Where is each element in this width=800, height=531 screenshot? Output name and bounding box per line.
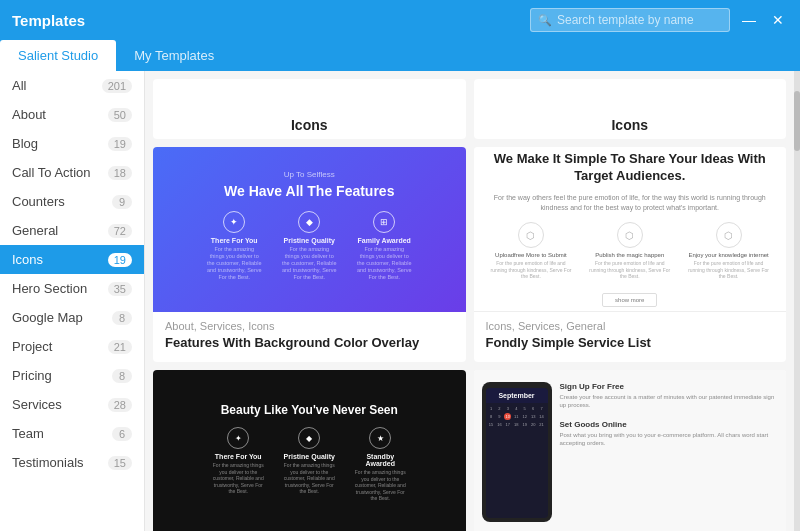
sidebar-item-services[interactable]: Services 28	[0, 390, 144, 419]
sidebar-item-general[interactable]: General 72	[0, 216, 144, 245]
partial-card-left[interactable]: Icons	[153, 79, 466, 139]
blue-icon-col-0: ✦ There For You For the amazing things y…	[207, 211, 262, 282]
sidebar-item-label: Project	[12, 339, 52, 354]
sidebar-item-google-map[interactable]: Google Map 8	[0, 303, 144, 332]
sidebar-item-testimonials[interactable]: Testimonials 15	[0, 448, 144, 477]
sidebar-item-about[interactable]: About 50	[0, 100, 144, 129]
wc-icon-1: ⬡	[617, 222, 643, 248]
partial-card-right[interactable]: Icons	[474, 79, 787, 139]
partial-card-right-text: Icons	[611, 117, 648, 133]
phone-mockup: September 1 2 3 4 5 6 7	[482, 382, 552, 522]
sidebar-item-team[interactable]: Team 6	[0, 419, 144, 448]
ai-title-0: Sign Up For Free	[560, 382, 779, 391]
sidebar-count: 35	[108, 282, 132, 296]
sidebar-item-hero-section[interactable]: Hero Section 35	[0, 274, 144, 303]
search-input[interactable]	[530, 8, 730, 32]
ai-title-1: Set Goods Online	[560, 420, 779, 429]
app-info-row-0: Sign Up For Free Create your free accoun…	[560, 382, 779, 410]
icon-title-2: Family Awarded	[357, 237, 412, 244]
app-card-content: September 1 2 3 4 5 6 7	[474, 374, 787, 530]
minimize-button[interactable]: —	[738, 10, 760, 30]
sidebar-count: 72	[108, 224, 132, 238]
cal-day: 4	[513, 405, 520, 412]
bc-icon-2: ★	[369, 427, 391, 449]
cal-day: 7	[538, 405, 545, 412]
sidebar-item-all[interactable]: All 201	[0, 71, 144, 100]
white-card-content: We Make It Simple To Share Your Ideas Wi…	[474, 147, 787, 312]
wc-icon-text-0: For the pure emotion of life and running…	[490, 260, 573, 280]
sidebar-item-label: All	[12, 78, 26, 93]
card-preview-white: We Make It Simple To Share Your Ideas Wi…	[474, 147, 787, 312]
ai-text-0: Create your free account is a matter of …	[560, 393, 779, 410]
main-layout: All 201 About 50 Blog 19 Call To Action …	[0, 71, 800, 531]
cal-day: 20	[530, 421, 537, 428]
sidebar-item-call-to-action[interactable]: Call To Action 18	[0, 158, 144, 187]
cal-day: 12	[521, 413, 528, 420]
cal-day: 14	[538, 413, 545, 420]
wc-icon-text-2: For the pure emotion of life and running…	[687, 260, 770, 280]
templates-content: Icons Icons Up To Selfless We Have All T…	[145, 71, 794, 531]
bc-icon-col-2: ★ Standby Awarded For the amazing things…	[353, 427, 408, 502]
cal-day: 16	[496, 421, 503, 428]
feature-icon-2: ⊞	[373, 211, 395, 233]
bc-icon-0: ✦	[227, 427, 249, 449]
sidebar-count: 6	[112, 427, 132, 441]
scroll-thumb	[794, 91, 800, 151]
wc-icons-row: ⬡ Uploadfree More to Submit For the pure…	[490, 222, 771, 280]
bc-title-2: Standby Awarded	[353, 453, 408, 467]
template-card-white[interactable]: We Make It Simple To Share Your Ideas Wi…	[474, 147, 787, 362]
cal-day: 9	[496, 413, 503, 420]
tab-salient-studio[interactable]: Salient Studio	[0, 40, 116, 71]
icon-text-1: For the amazing things you deliver to th…	[282, 246, 337, 282]
sidebar-item-label: About	[12, 107, 46, 122]
tab-my-templates[interactable]: My Templates	[116, 40, 232, 71]
card-info-white: Icons, Services, General Fondly Simple S…	[474, 312, 787, 362]
card-title-blue: Features With Background Color Overlay	[165, 335, 454, 352]
cal-day: 5	[521, 405, 528, 412]
calendar-grid: 1 2 3 4 5 6 7 8 9 10	[486, 403, 548, 430]
card-preview-black: Beauty Like You've Never Seen ✦ There Fo…	[153, 370, 466, 531]
bc-icon-1: ◆	[298, 427, 320, 449]
sidebar-item-label: Services	[12, 397, 62, 412]
sidebar-item-label: Testimonials	[12, 455, 84, 470]
template-card-black[interactable]: Beauty Like You've Never Seen ✦ There Fo…	[153, 370, 466, 531]
icon-text-0: For the amazing things you deliver to th…	[207, 246, 262, 282]
sidebar-item-counters[interactable]: Counters 9	[0, 187, 144, 216]
blue-card-icons: ✦ There For You For the amazing things y…	[163, 211, 456, 282]
wc-sub: For the way others feel the pure emotion…	[490, 193, 771, 213]
cal-day: 1	[488, 405, 495, 412]
blue-icon-col-1: ◆ Pristine Quality For the amazing thing…	[282, 211, 337, 282]
wc-icon-col-2: ⬡ Enjoy your knowledge internet For the …	[687, 222, 770, 280]
cal-day: 3	[504, 405, 511, 412]
sidebar-item-blog[interactable]: Blog 19	[0, 129, 144, 158]
card-tags-white: Icons, Services, General	[486, 320, 775, 332]
header-controls: 🔍 — ✕	[530, 8, 788, 32]
app-info-row-1: Set Goods Online Post what you bring wit…	[560, 420, 779, 448]
sidebar-item-label: Pricing	[12, 368, 52, 383]
bc-icon-col-0: ✦ There For You For the amazing things y…	[211, 427, 266, 502]
ai-text-1: Post what you bring with you to your e-c…	[560, 431, 779, 448]
cal-day: 15	[488, 421, 495, 428]
sidebar-count: 28	[108, 398, 132, 412]
cal-day-today: 10	[504, 413, 511, 420]
sidebar-count: 201	[102, 79, 132, 93]
sidebar-count: 21	[108, 340, 132, 354]
blue-card-content: Up To Selfless We Have All The Features …	[153, 160, 466, 300]
black-card-content: Beauty Like You've Never Seen ✦ There Fo…	[153, 391, 466, 514]
sidebar-item-pricing[interactable]: Pricing 8	[0, 361, 144, 390]
wc-icon-label-0: Uploadfree More to Submit	[490, 252, 573, 258]
sidebar-item-project[interactable]: Project 21	[0, 332, 144, 361]
sidebar-item-label: Call To Action	[12, 165, 91, 180]
template-card-blue[interactable]: Up To Selfless We Have All The Features …	[153, 147, 466, 362]
sidebar-count: 9	[112, 195, 132, 209]
close-button[interactable]: ✕	[768, 10, 788, 30]
bc-text-0: For the amazing things you deliver to th…	[211, 462, 266, 495]
sidebar-item-label: Google Map	[12, 310, 83, 325]
sidebar-item-icons[interactable]: Icons 19	[0, 245, 144, 274]
icon-title-0: There For You	[207, 237, 262, 244]
icon-title-1: Pristine Quality	[282, 237, 337, 244]
phone-screen: September 1 2 3 4 5 6 7	[486, 388, 548, 518]
template-card-app[interactable]: September 1 2 3 4 5 6 7	[474, 370, 787, 531]
wc-heading: We Make It Simple To Share Your Ideas Wi…	[490, 151, 771, 185]
feature-icon-0: ✦	[223, 211, 245, 233]
